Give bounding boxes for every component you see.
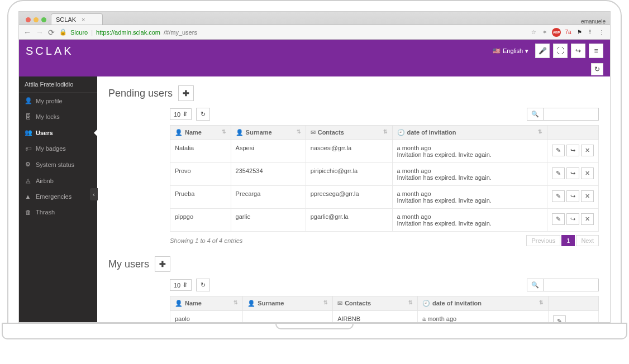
- cell-name: paolo: [170, 311, 243, 323]
- page-size-select[interactable]: 10 ⥯: [170, 108, 192, 120]
- row-actions: ✎↪✕: [552, 213, 594, 225]
- search-input[interactable]: [543, 279, 599, 291]
- back-button[interactable]: ←: [23, 28, 31, 37]
- sidebar-user-name: Attila Fratellodidio: [19, 76, 97, 93]
- trash-icon: 🗑: [25, 209, 31, 215]
- url-host: https://admin.sclak.com: [96, 29, 160, 36]
- edit-button[interactable]: ✎: [552, 167, 565, 179]
- sidebar-item-label: My profile: [36, 98, 63, 104]
- add-user-button[interactable]: ✚: [155, 256, 170, 272]
- col-contacts[interactable]: ✉Contacts⇅: [333, 296, 418, 311]
- section-title: My users: [108, 258, 149, 270]
- col-contacts[interactable]: ✉Contacts⇅: [306, 126, 392, 140]
- sidebar-item-label: Airbnb: [36, 178, 54, 184]
- sort-icon: ⇅: [383, 129, 388, 135]
- sidebar-item-users[interactable]: 👥Users: [19, 124, 97, 141]
- col-surname[interactable]: 👤Surname⇅: [231, 126, 306, 140]
- page-1-button[interactable]: 1: [561, 235, 575, 246]
- col-date[interactable]: 🕘date of invitation⇅: [392, 126, 547, 140]
- language-switcher[interactable]: 🇺🇸 English ▾: [489, 45, 532, 57]
- app-root: SCLAK 🇺🇸 English ▾ 🎤⛶↪≡ ↻: [19, 40, 610, 322]
- browser-tab[interactable]: SCLAK ×: [51, 13, 103, 25]
- section-title: Pending users: [108, 88, 173, 99]
- delete-button[interactable]: ✕: [581, 190, 594, 202]
- wand-icon[interactable]: ✶: [541, 28, 549, 36]
- lock-icon: 🔒: [59, 28, 67, 36]
- cell-date: a month agoInvitation has expired. Invit…: [392, 186, 547, 209]
- app-topbar: SCLAK 🇺🇸 English ▾ 🎤⛶↪≡: [19, 40, 610, 62]
- cell-surname: Aspesi: [231, 140, 306, 163]
- sidebar-item-system-status[interactable]: ⚙System status: [19, 156, 97, 173]
- edit-button[interactable]: ✎: [552, 213, 565, 225]
- table-row: NataliaAspesinasoesi@grr.laa month agoIn…: [170, 140, 599, 163]
- sidebar-item-my-profile[interactable]: 👤My profile: [19, 93, 97, 109]
- lang-icon[interactable]: 7a: [564, 28, 572, 36]
- address-bar[interactable]: 🔒 Sicuro | https://admin.sclak.com/#/my_…: [59, 28, 525, 36]
- myusers-search: 🔍: [527, 279, 599, 291]
- delete-button[interactable]: ✕: [581, 145, 594, 156]
- mic-button[interactable]: 🎤: [535, 44, 550, 58]
- col-surname[interactable]: 👤Surname⇅: [243, 296, 333, 311]
- my-users-table: 👤Name⇅ 👤Surname⇅ ✉Contacts⇅ 🕘date of inv…: [170, 296, 599, 322]
- resend-button[interactable]: ↪: [566, 190, 579, 202]
- resend-button[interactable]: ↪: [566, 213, 579, 225]
- reload-button[interactable]: ⟳: [48, 28, 55, 37]
- cell-name: pippgo: [170, 209, 231, 232]
- search-icon[interactable]: 🔍: [527, 279, 543, 291]
- search-icon[interactable]: 🔍: [527, 108, 543, 121]
- menu-icon[interactable]: ⋮: [598, 28, 606, 36]
- edit-button[interactable]: ✎: [552, 145, 565, 156]
- logout-button[interactable]: ↪: [571, 44, 585, 58]
- sidebar-item-thrash[interactable]: 🗑Thrash: [19, 204, 97, 220]
- delete-button[interactable]: ✕: [581, 213, 594, 225]
- col-name[interactable]: 👤Name⇅: [170, 296, 243, 311]
- resend-button[interactable]: ↪: [566, 167, 579, 179]
- close-window-icon[interactable]: [26, 17, 31, 22]
- resend-button[interactable]: ↪: [566, 145, 579, 156]
- search-input[interactable]: [543, 108, 599, 121]
- cell-surname: 23542534: [231, 163, 306, 186]
- sidebar-item-my-locks[interactable]: 🗄My locks: [19, 109, 97, 124]
- refresh-table-button[interactable]: ↻: [196, 108, 210, 121]
- delete-button[interactable]: ✕: [581, 167, 594, 179]
- col-date[interactable]: 🕘date of invitation⇅: [418, 296, 549, 311]
- refresh-page-button[interactable]: ↻: [591, 63, 603, 75]
- window-controls: [23, 17, 51, 25]
- star-icon[interactable]: ☆: [530, 28, 537, 36]
- prev-page-button[interactable]: Previous: [526, 235, 560, 246]
- updown-icon: ⥯: [183, 111, 188, 118]
- pending-toolbar: 10 ⥯ ↻ 🔍: [170, 108, 599, 121]
- profile-label[interactable]: emanuele: [578, 18, 606, 25]
- cell-name: Provo: [170, 163, 231, 186]
- col-name[interactable]: 👤Name⇅: [170, 126, 231, 140]
- minimize-window-icon[interactable]: [34, 17, 39, 22]
- cell-contacts: nasoesi@grr.la: [306, 140, 392, 163]
- flag-icon[interactable]: ⚑: [575, 28, 583, 36]
- abp-icon[interactable]: ABP: [552, 28, 561, 37]
- table-row: Provo23542534piripicchio@grr.laa month a…: [170, 163, 599, 186]
- fullscreen-button[interactable]: ⛶: [553, 44, 568, 58]
- dots-icon[interactable]: ⠇: [587, 28, 594, 36]
- sort-icon: ⇅: [323, 300, 328, 305]
- row-actions: ✎↪✕: [552, 145, 594, 156]
- edit-button[interactable]: ✎: [553, 315, 566, 322]
- chevron-down-icon: ▾: [525, 47, 528, 55]
- menu-button[interactable]: ≡: [589, 44, 603, 58]
- cell-contacts: pprecsega@grr.la: [306, 186, 392, 209]
- forward-button[interactable]: →: [36, 28, 44, 37]
- add-pending-user-button[interactable]: ✚: [178, 85, 194, 101]
- edit-button[interactable]: ✎: [552, 190, 565, 202]
- refresh-table-button[interactable]: ↻: [196, 279, 210, 291]
- main-content: Pending users ✚ 10 ⥯ ↻ 🔍: [97, 76, 610, 322]
- pending-search: 🔍: [527, 108, 599, 121]
- maximize-window-icon[interactable]: [41, 17, 46, 22]
- badges-icon: 🏷: [25, 145, 31, 152]
- sidebar-item-label: System status: [36, 161, 74, 168]
- close-tab-icon[interactable]: ×: [76, 16, 85, 23]
- sidebar-item-airbnb[interactable]: ◬Airbnb: [19, 173, 97, 189]
- page-size-select[interactable]: 10 ⥯: [170, 279, 192, 291]
- sidebar-item-my-badges[interactable]: 🏷My badges: [19, 141, 97, 156]
- collapse-sidebar-button[interactable]: ‹: [90, 188, 98, 200]
- next-page-button[interactable]: Next: [576, 235, 599, 246]
- sidebar-item-emergencies[interactable]: ▲Emergencies: [19, 189, 97, 204]
